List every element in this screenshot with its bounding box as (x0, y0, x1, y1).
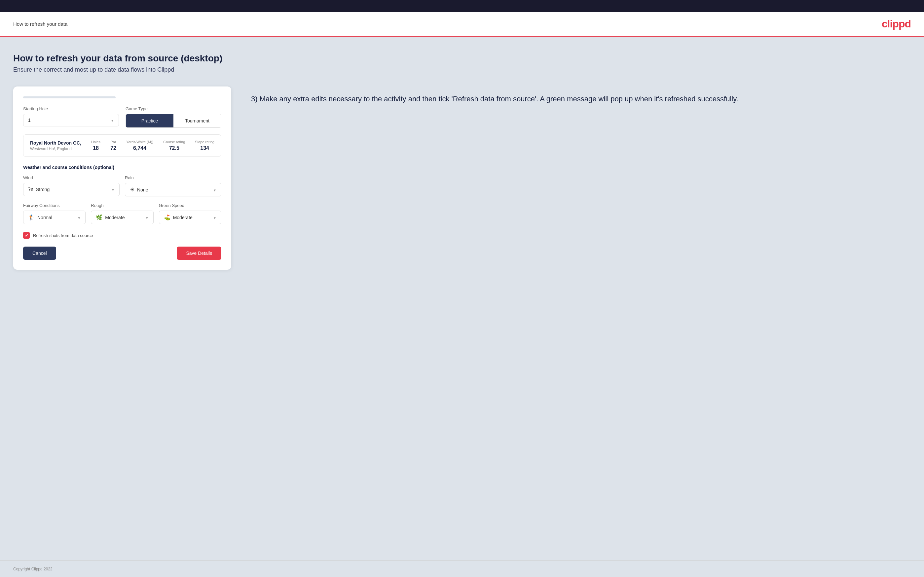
fairway-icon: 🏌 (28, 214, 35, 221)
green-speed-select[interactable]: ⛳ Moderate (159, 211, 221, 224)
course-location: Westward Ho!, England (30, 147, 81, 151)
game-type-label: Game Type (126, 106, 221, 111)
green-speed-icon: ⛳ (164, 214, 170, 221)
wind-select[interactable]: 🌬 Strong (23, 183, 120, 196)
conditions-grid-top: Wind 🌬 Strong Rain ☀ None (23, 175, 221, 197)
refresh-checkbox-label: Refresh shots from data source (33, 233, 93, 238)
fairway-select[interactable]: 🏌 Normal (23, 211, 86, 224)
page-subheading: Ensure the correct and most up to date d… (13, 66, 911, 73)
green-speed-chevron (213, 214, 216, 221)
yards-stat: Yards/White (M)) 6,744 (126, 140, 153, 151)
rain-label: Rain (125, 175, 221, 180)
game-type-group: Game Type Practice Tournament (126, 106, 221, 128)
course-rating-stat: Course rating 72.5 (163, 140, 185, 151)
fairway-select-inner: 🏌 Normal (28, 214, 52, 221)
refresh-checkbox[interactable] (23, 232, 30, 239)
starting-hole-group: Starting Hole 1 (23, 106, 119, 128)
rough-value: Moderate (105, 215, 124, 220)
holes-value: 18 (93, 145, 99, 151)
course-stats: Holes 18 Par 72 Yards/White (M)) 6,744 C… (91, 140, 215, 151)
rough-label: Rough (91, 203, 153, 208)
rain-icon: ☀ (130, 187, 134, 193)
wind-icon: 🌬 (28, 187, 33, 192)
rough-select-inner: 🌿 Moderate (96, 214, 124, 221)
fairway-chevron (77, 214, 81, 221)
holes-label: Holes (91, 140, 100, 144)
rough-select[interactable]: 🌿 Moderate (91, 211, 153, 224)
wind-group: Wind 🌬 Strong (23, 175, 120, 197)
rain-value: None (137, 187, 148, 192)
description-text: 3) Make any extra edits necessary to the… (251, 93, 911, 105)
fairway-group: Fairway Conditions 🏌 Normal (23, 203, 86, 224)
conditions-grid-bottom: Fairway Conditions 🏌 Normal Rough 🌿 (23, 203, 221, 224)
footer: Copyright Clippd 2022 (0, 560, 924, 577)
header: How to refresh your data clippd (0, 12, 924, 37)
starting-hole-value: 1 (28, 118, 31, 123)
cancel-button[interactable]: Cancel (23, 247, 56, 260)
header-title: How to refresh your data (13, 21, 68, 27)
course-rating-label: Course rating (163, 140, 185, 144)
wind-label: Wind (23, 175, 120, 180)
wind-select-inner: 🌬 Strong (28, 187, 50, 192)
rain-select-inner: ☀ None (130, 187, 148, 193)
course-rating-value: 72.5 (169, 145, 179, 151)
tournament-toggle-btn[interactable]: Tournament (173, 114, 221, 127)
course-info-left: Royal North Devon GC, Westward Ho!, Engl… (30, 140, 81, 151)
rain-group: Rain ☀ None (125, 175, 221, 197)
starting-hole-chevron (111, 118, 114, 123)
game-type-toggle: Practice Tournament (126, 114, 221, 128)
rough-icon: 🌿 (96, 214, 102, 221)
weather-section-title: Weather and course conditions (optional) (23, 165, 221, 170)
fairway-label: Fairway Conditions (23, 203, 86, 208)
form-card: Starting Hole 1 Game Type Practice Tourn… (13, 87, 231, 270)
rough-group: Rough 🌿 Moderate (91, 203, 153, 224)
rain-chevron (213, 187, 216, 193)
form-row-top: Starting Hole 1 Game Type Practice Tourn… (23, 106, 221, 128)
practice-toggle-btn[interactable]: Practice (126, 114, 173, 127)
save-button[interactable]: Save Details (177, 247, 221, 260)
green-speed-label: Green Speed (159, 203, 221, 208)
par-value: 72 (110, 145, 116, 151)
logo: clippd (882, 18, 911, 30)
wind-value: Strong (36, 187, 50, 192)
par-stat: Par 72 (110, 140, 116, 151)
content-area: Starting Hole 1 Game Type Practice Tourn… (13, 87, 911, 270)
wind-chevron (111, 187, 115, 192)
green-speed-value: Moderate (173, 215, 192, 220)
holes-stat: Holes 18 (91, 140, 100, 151)
starting-hole-label: Starting Hole (23, 106, 119, 111)
green-speed-group: Green Speed ⛳ Moderate (159, 203, 221, 224)
yards-label: Yards/White (M)) (126, 140, 153, 144)
slope-rating-label: Slope rating (195, 140, 215, 144)
slope-rating-stat: Slope rating 134 (195, 140, 215, 151)
slope-rating-value: 134 (200, 145, 209, 151)
fairway-value: Normal (37, 215, 52, 220)
starting-hole-select[interactable]: 1 (23, 114, 119, 126)
form-top-strip (23, 97, 116, 98)
yards-value: 6,744 (133, 145, 146, 151)
page-heading: How to refresh your data from source (de… (13, 53, 911, 64)
rain-select[interactable]: ☀ None (125, 183, 221, 197)
course-info-box: Royal North Devon GC, Westward Ho!, Engl… (23, 134, 221, 157)
top-bar (0, 0, 924, 12)
rough-chevron (145, 214, 149, 221)
refresh-checkbox-row: Refresh shots from data source (23, 232, 221, 239)
btn-row: Cancel Save Details (23, 247, 221, 260)
footer-copyright: Copyright Clippd 2022 (13, 567, 53, 571)
description-panel: 3) Make any extra edits necessary to the… (251, 87, 911, 105)
par-label: Par (110, 140, 116, 144)
main-content: How to refresh your data from source (de… (0, 37, 924, 560)
course-name: Royal North Devon GC, (30, 140, 81, 145)
green-speed-select-inner: ⛳ Moderate (164, 214, 192, 221)
